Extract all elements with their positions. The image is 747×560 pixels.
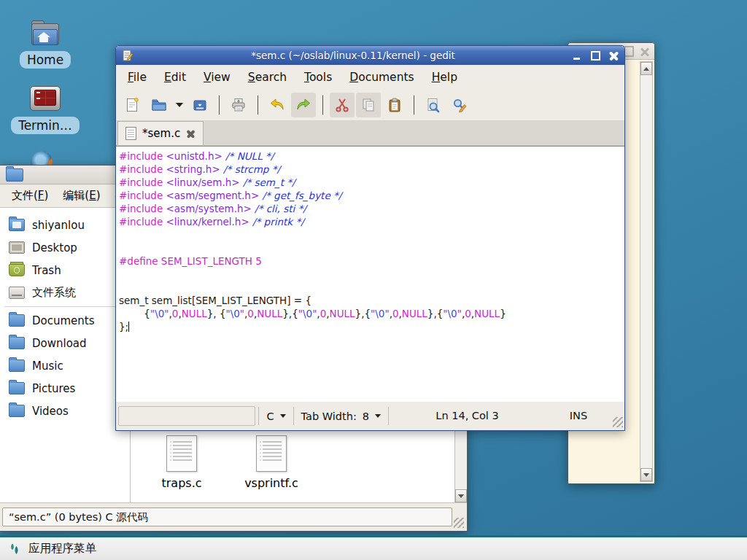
code-line (119, 268, 624, 281)
find-replace-icon (451, 96, 468, 114)
tab-width-label: Tab Width: (301, 411, 357, 422)
replace-button[interactable] (447, 93, 472, 117)
tab-width-combo[interactable]: Tab Width: 8 (293, 407, 388, 425)
open-button[interactable] (147, 93, 171, 117)
applications-menu-button[interactable]: 应用程序菜单 (7, 541, 96, 556)
code-line: #define SEM_LIST_LENGTH 5 (119, 254, 624, 268)
gedit-menu-item[interactable]: Documents (344, 68, 419, 87)
trash-icon (9, 264, 25, 276)
applications-menu-icon (7, 542, 22, 556)
code-line (119, 281, 624, 294)
resize-grip[interactable] (454, 518, 464, 528)
window-title: *sem.c (~/oslab/linux-0.11/kernel) - ged… (133, 50, 573, 61)
maximize-button[interactable] (591, 51, 600, 61)
chevron-down-icon (375, 414, 381, 418)
sidebar-item-Music[interactable]: Music (0, 354, 130, 377)
minimize-button[interactable] (573, 51, 582, 61)
open-dropdown-button[interactable] (173, 93, 186, 117)
fm-menu-item[interactable]: 文件(F) (6, 186, 54, 206)
close-icon[interactable] (640, 47, 649, 55)
sidebar-item-Pictures[interactable]: Pictures (0, 377, 130, 400)
gedit-statusbar: C Tab Width: 8 Ln 14, Col 3 INS (116, 402, 624, 430)
scroll-up-button[interactable] (640, 62, 652, 75)
gedit-toolbar (116, 89, 624, 121)
arrow-down-icon (458, 494, 464, 498)
resize-grip[interactable] (613, 417, 623, 427)
editor-text-area[interactable]: #include <unistd.h> /* NULL */#include <… (116, 146, 624, 402)
desktop-icon-terminal[interactable]: Termin… (10, 86, 80, 134)
code-line: sem_t sem_list[SEM_LIST_LENGTH] = { (119, 294, 624, 307)
toolbar-separator (219, 96, 220, 114)
sidebar-item-label: Trash (32, 264, 61, 277)
background-window-scrollbar[interactable] (640, 61, 653, 482)
code-line: #include <linux/sem.h> /* sem_t */ (119, 176, 624, 189)
terminal-icon (30, 86, 61, 111)
file-traps.c[interactable]: traps.c (147, 435, 217, 490)
folder-icon (9, 382, 25, 394)
gedit-menu-item[interactable]: Edit (158, 68, 192, 87)
gedit-menu-item[interactable]: View (198, 68, 236, 87)
cut-scissors-icon (333, 96, 351, 114)
save-icon (191, 96, 209, 114)
home-folder-icon (30, 20, 61, 45)
desktop-icon-home[interactable]: Home (10, 20, 80, 69)
folder-icon (9, 359, 25, 372)
find-button[interactable] (421, 93, 446, 117)
language-combo[interactable]: C (258, 407, 293, 425)
folder-icon (9, 314, 25, 327)
gedit-menu-item[interactable]: Tools (298, 68, 338, 87)
drive-icon (9, 287, 25, 299)
gedit-menu-item[interactable]: Search (242, 68, 293, 87)
file-manager-statusbar: “sem.c” (0 bytes) C 源代码 (0, 502, 467, 531)
file-manager-sidebar: shiyanlouDesktopTrash文件系统DocumentsDownlo… (0, 208, 131, 502)
statusbar-message: “sem.c” (0 bytes) C 源代码 (2, 508, 452, 526)
save-button[interactable] (187, 93, 212, 117)
sidebar-item-Trash[interactable]: Trash (0, 259, 130, 281)
sidebar-item-label: Pictures (32, 382, 75, 395)
sidebar-item-label: Download (32, 337, 87, 350)
new-document-button[interactable] (120, 93, 145, 117)
sidebar-item-label: shiyanlou (32, 219, 85, 232)
sidebar-item-Download[interactable]: Download (0, 332, 130, 354)
undo-button[interactable] (265, 93, 290, 117)
find-icon (425, 96, 442, 114)
chevron-down-icon (176, 103, 183, 107)
code-line: #include <asm/segment.h> /* get_fs_byte … (119, 189, 624, 202)
redo-button[interactable] (291, 93, 316, 117)
code-line: #include <asm/system.h> /* cli, sti */ (119, 202, 624, 215)
paste-button[interactable] (382, 93, 407, 117)
document-icon (256, 435, 287, 472)
fm-menu-item[interactable]: 编辑(E) (57, 186, 106, 206)
insert-mode-indicator[interactable]: INS (546, 407, 611, 425)
tab-close-icon[interactable] (186, 129, 196, 139)
tab-width-value: 8 (363, 411, 369, 422)
sidebar-item-Documents[interactable]: Documents (0, 309, 130, 332)
sidebar-item-Desktop[interactable]: Desktop (0, 236, 130, 259)
scroll-down-button[interactable] (455, 489, 467, 502)
cut-button[interactable] (330, 93, 355, 117)
tab-sem-c[interactable]: *sem.c (117, 121, 204, 145)
toolbar-separator (414, 96, 414, 114)
gedit-menu-item[interactable]: File (122, 68, 152, 87)
sidebar-item-Videos[interactable]: Videos (0, 400, 130, 422)
sidebar-item-label: Videos (32, 405, 69, 418)
desktop-icon-terminal-label: Termin… (11, 117, 80, 134)
file-vsprintf.c[interactable]: vsprintf.c (236, 435, 306, 490)
gedit-menu-item[interactable]: Help (426, 68, 463, 87)
gedit-window: *sem.c (~/oslab/linux-0.11/kernel) - ged… (115, 45, 625, 431)
sidebar-item-文件系统[interactable]: 文件系统 (0, 281, 130, 304)
toolbar-separator (258, 96, 258, 114)
sidebar-item-shiyanlou[interactable]: shiyanlou (0, 214, 130, 236)
arrow-up-icon (643, 67, 649, 71)
print-button[interactable] (226, 93, 251, 117)
file-name-label: traps.c (147, 476, 217, 490)
sidebar-item-label: Desktop (32, 241, 77, 254)
file-name-label: vsprintf.c (236, 476, 306, 490)
scroll-down-button[interactable] (640, 468, 652, 481)
open-folder-icon (150, 96, 168, 114)
gedit-titlebar[interactable]: *sem.c (~/oslab/linux-0.11/kernel) - ged… (116, 46, 624, 65)
copy-button[interactable] (356, 93, 381, 117)
copy-icon (360, 96, 377, 114)
new-document-icon (124, 96, 142, 114)
close-button[interactable] (609, 51, 619, 61)
